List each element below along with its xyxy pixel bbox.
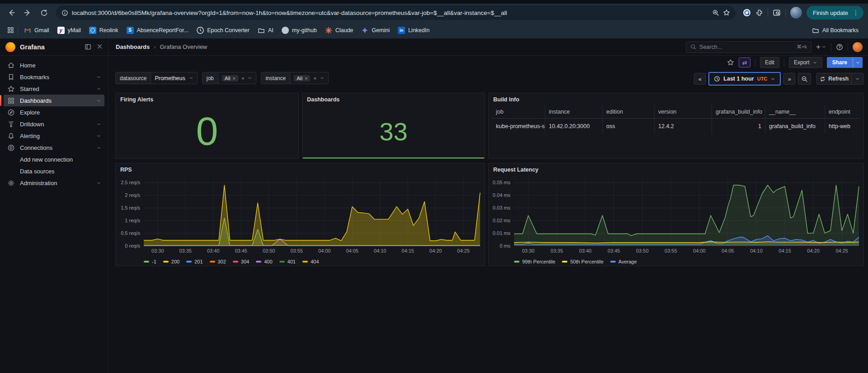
panel-title[interactable]: Request Latency	[489, 163, 863, 175]
finish-update-button[interactable]: Finish update ⋮	[807, 6, 863, 19]
edit-button[interactable]: Edit	[760, 57, 779, 68]
bookmark-item[interactable]: Gemini	[357, 25, 394, 36]
site-info-icon[interactable]	[61, 10, 68, 16]
variable-job[interactable]: jobAll××	[202, 72, 257, 84]
url-bar[interactable]: localhost:3000/d/6be0s85Mk/grafana-overv…	[56, 5, 736, 20]
remove-value-icon[interactable]: ×	[233, 76, 236, 81]
breadcrumb-dashboards[interactable]: Dashboards	[116, 43, 150, 50]
sidebar-item-home[interactable]: Home	[4, 59, 104, 71]
legend-item-304[interactable]: 304	[233, 259, 249, 264]
clear-icon[interactable]: ×	[313, 76, 316, 81]
legend-item-99th-Percentile[interactable]: 99th Percentile	[514, 259, 555, 264]
variable-value[interactable]: Prometheus	[151, 72, 197, 84]
table-header-endpoint[interactable]: endpoint	[825, 105, 860, 119]
sidebar-item-bookmarks[interactable]: Bookmarks	[4, 71, 104, 83]
panel-title[interactable]: Build Info	[489, 93, 863, 105]
panel-title[interactable]: Firing Alerts	[116, 93, 298, 105]
add-button[interactable]: +	[816, 43, 826, 52]
bookmark-item[interactable]: yyMail	[53, 25, 85, 36]
back-icon[interactable]	[5, 6, 18, 19]
table-header-instance[interactable]: instance	[545, 105, 602, 119]
bookmark-star-icon[interactable]	[723, 9, 730, 16]
time-range-picker[interactable]: Last 1 hour UTC	[708, 72, 781, 86]
chart-svg[interactable]: 0 req/s0.5 req/s1 req/s1.5 req/s2 req/s2…	[116, 175, 485, 265]
extension-key-icon[interactable]	[743, 9, 751, 17]
remove-value-icon[interactable]: ×	[305, 76, 307, 81]
bookmark-item[interactable]: SAbsenceReportFor...	[123, 25, 193, 36]
bookmark-item[interactable]: Claude	[321, 25, 358, 36]
zoom-icon[interactable]	[712, 9, 719, 16]
panel-firing-alerts[interactable]: Firing Alerts 0	[115, 93, 299, 159]
table-header-job[interactable]: job	[492, 105, 545, 119]
legend-item-201[interactable]: 201	[186, 259, 203, 264]
rps-chart[interactable]: 0 req/s0.5 req/s1 req/s1.5 req/s2 req/s2…	[116, 175, 485, 266]
variable-datasource[interactable]: datasourcePrometheus	[115, 72, 198, 84]
share-dropdown-icon[interactable]	[853, 57, 863, 68]
legend-item-302[interactable]: 302	[210, 259, 226, 264]
url-text[interactable]: localhost:3000/d/6be0s85Mk/grafana-overv…	[72, 10, 708, 16]
table-header-edition[interactable]: edition	[602, 105, 654, 119]
refresh-button[interactable]: Refresh	[816, 73, 852, 85]
panel-build-info[interactable]: Build Info jobinstanceeditionversiongraf…	[488, 93, 864, 159]
extensions-puzzle-icon[interactable]	[755, 9, 763, 17]
clear-icon[interactable]: ×	[241, 76, 244, 81]
apps-grid-icon[interactable]	[5, 27, 16, 33]
sidebar-item-add-new-connection[interactable]: Add new connection	[4, 153, 104, 165]
table-header-__name__[interactable]: __name__	[765, 105, 825, 119]
datasource-swap-icon[interactable]: ⇄	[739, 57, 750, 67]
variable-value[interactable]: All××	[290, 72, 328, 84]
time-shift-forward-button[interactable]: »	[783, 73, 795, 85]
zoom-out-button[interactable]	[798, 73, 811, 85]
refresh-interval-dropdown[interactable]	[852, 73, 863, 85]
variable-value[interactable]: All××	[218, 72, 256, 84]
bookmark-item[interactable]: Reolink	[85, 25, 123, 36]
bookmark-item[interactable]: my-github	[278, 25, 321, 36]
variable-chip[interactable]: All×	[222, 75, 238, 81]
chart-svg[interactable]: 0 ms0.01 ms0.02 ms0.03 ms0.04 ms0.05 ms0…	[489, 175, 863, 265]
panel-title[interactable]: RPS	[116, 163, 485, 175]
panel-request-latency[interactable]: Request Latency 0 ms0.01 ms0.02 ms0.03 m…	[488, 163, 864, 266]
tab-search-icon[interactable]	[773, 9, 781, 17]
variable-chip[interactable]: All×	[294, 75, 310, 81]
sidebar-item-dashboards[interactable]: Dashboards	[4, 95, 104, 106]
bookmark-item[interactable]: AI	[254, 25, 278, 36]
sidebar-item-drilldown[interactable]: Drilldown	[4, 118, 104, 130]
close-sidebar-icon[interactable]	[97, 43, 103, 50]
user-avatar[interactable]	[853, 42, 863, 52]
variable-instance[interactable]: instanceAll××	[261, 72, 328, 84]
legend-item-50th-Percentile[interactable]: 50th Percentile	[562, 259, 603, 264]
legend-item-400[interactable]: 400	[256, 259, 272, 264]
sidebar-item-starred[interactable]: Starred	[4, 83, 104, 95]
legend-item-404[interactable]: 404	[302, 259, 319, 264]
browser-menu-icon[interactable]: ⋮	[851, 9, 861, 16]
favorite-star-icon[interactable]	[727, 59, 734, 66]
sidebar-item-explore[interactable]: Explore	[4, 106, 104, 118]
help-icon[interactable]	[836, 43, 843, 51]
legend-item-200[interactable]: 200	[163, 259, 179, 264]
legend-item--1[interactable]: -1	[144, 259, 156, 264]
export-button[interactable]: Export	[789, 57, 822, 68]
panel-rps[interactable]: RPS 0 req/s0.5 req/s1 req/s1.5 req/s2 re…	[115, 163, 485, 266]
bookmark-item[interactable]: Gmail	[20, 25, 53, 36]
bookmark-item[interactable]: inLinkedIn	[394, 25, 434, 36]
bookmark-item[interactable]: Epoch Converter	[193, 25, 254, 36]
sidebar-item-connections[interactable]: Connections	[4, 142, 104, 153]
sidebar-item-data-sources[interactable]: Data sources	[4, 165, 104, 177]
sidebar-item-alerting[interactable]: Alerting	[4, 130, 104, 142]
legend-item-Average[interactable]: Average	[610, 259, 637, 264]
panel-title[interactable]: Dashboards	[302, 93, 485, 105]
search-input[interactable]: Search... ⌘+k	[686, 41, 811, 53]
table-header-grafana_build_info[interactable]: grafana_build_info	[712, 105, 765, 119]
all-bookmarks-button[interactable]: All Bookmarks	[808, 25, 863, 36]
table-header-version[interactable]: version	[654, 105, 712, 119]
legend-item-401[interactable]: 401	[279, 259, 296, 264]
time-shift-back-button[interactable]: «	[694, 73, 706, 85]
grafana-logo-icon[interactable]	[5, 42, 15, 52]
request-latency-chart[interactable]: 0 ms0.01 ms0.02 ms0.03 ms0.04 ms0.05 ms0…	[489, 175, 863, 266]
reload-icon[interactable]	[37, 6, 51, 19]
forward-icon[interactable]	[21, 6, 34, 19]
sidebar-item-administration[interactable]: Administration	[4, 177, 104, 189]
browser-profile-avatar[interactable]	[790, 7, 802, 19]
panel-dashboards[interactable]: Dashboards 33	[302, 93, 485, 159]
share-button[interactable]: Share	[827, 57, 853, 68]
